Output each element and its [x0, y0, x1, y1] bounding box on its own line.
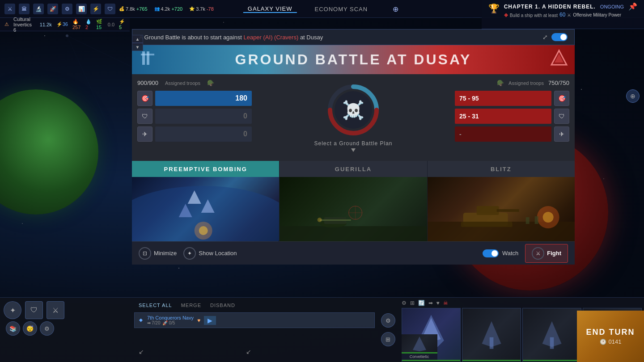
ships-icon-5[interactable]: ♥: [436, 300, 440, 306]
plan-img-blitz-bg: [428, 177, 575, 241]
unit-card[interactable]: 7th Conquerors Navy ➡ 7/20 🚀 0/5 ♥ ▶: [134, 312, 375, 328]
unit-select-arrow[interactable]: ▶: [204, 316, 216, 325]
svg-rect-40: [489, 337, 493, 349]
svg-rect-30: [496, 209, 519, 212]
ship-count: 0/5: [169, 320, 175, 325]
top-icon-power[interactable]: ⚡: [90, 4, 101, 14]
second-stat-6: ⚡ 5: [119, 19, 125, 30]
troop-bar-right-3: -: [455, 126, 551, 142]
plan-image-blitz: [428, 177, 575, 241]
scan-icon[interactable]: ⊕: [390, 4, 401, 14]
svg-rect-35: [534, 216, 538, 224]
svg-rect-22: [320, 219, 351, 221]
bottom-arrow-left[interactable]: ↙: [139, 348, 144, 355]
svg-rect-6: [142, 51, 145, 65]
chapter-pin-icon[interactable]: 📌: [628, 2, 637, 11]
end-turn-button[interactable]: END TURN 🕐 0141: [577, 311, 644, 362]
troop-row-1: 🎯 180: [137, 91, 252, 106]
guerilla-scene: [280, 177, 427, 241]
plan-label-blitz: BLITZ: [428, 161, 575, 177]
unit-troop-stat: ➡ 7/20: [147, 320, 160, 325]
battle-dialog: A Ground Battle is about to start agains…: [132, 29, 575, 265]
battle-title: GROUND BATTLE AT DUSAY: [235, 51, 472, 68]
disband-btn[interactable]: DISBAND: [210, 303, 235, 308]
troop-bar-right-2: 25 - 31: [455, 109, 551, 124]
troop-bar-3: 0: [155, 126, 252, 142]
credits-change: +765: [136, 6, 148, 12]
svg-rect-19: [280, 226, 427, 241]
ships-top-bar: ⚙ ⊞ 🔄 ➡ ♥ ☠: [402, 300, 642, 306]
troops-panel-right: 🪖 Assigned troops 750/750 75 - 95 🎯 25 -…: [449, 74, 575, 161]
top-bar-icons: ⚔ 🏛 🔬 🚀 ⚙ 📊 ⚡ 🛡: [4, 4, 115, 14]
plan-img-guerilla-bg: [280, 177, 427, 241]
top-icon-ship[interactable]: 🚀: [47, 4, 58, 14]
plan-tab-blitz[interactable]: BLITZ: [428, 161, 575, 241]
chapter-sword-icon: ⚔: [567, 13, 571, 17]
notif-expand-icon[interactable]: ⤢: [542, 34, 548, 41]
notification-text: A Ground Battle is about to start agains…: [139, 34, 323, 41]
corvette-thumbnail-4: [402, 334, 437, 352]
location-icon: ✦: [183, 247, 196, 260]
troop-row-3: ✈ 0: [137, 126, 252, 142]
nav-arrow-up[interactable]: ▲: [132, 35, 143, 43]
svg-rect-34: [525, 217, 529, 224]
top-icon-shield[interactable]: 🛡: [105, 4, 115, 14]
layers-button[interactable]: 📚: [6, 321, 20, 336]
merge-btn[interactable]: MERGE: [181, 303, 201, 308]
face-button[interactable]: 😴: [23, 321, 37, 336]
nav-arrow-down[interactable]: ▼: [132, 43, 143, 51]
watch-toggle-switch[interactable]: [483, 249, 499, 257]
chapter-title: CHAPTER 1. A HIDDEN REBEL.: [504, 4, 596, 10]
preemptive-scene: [132, 177, 279, 241]
minimize-button[interactable]: ⊡ Minimize: [139, 247, 177, 260]
unit-info: 7th Conquerors Navy ➡ 7/20 🚀 0/5: [147, 315, 194, 325]
top-icon-gear[interactable]: ⚙: [62, 4, 72, 14]
ships-icon-2[interactable]: ⊞: [410, 300, 415, 306]
svg-rect-42: [550, 337, 554, 349]
top-icon-chart[interactable]: 📊: [76, 4, 87, 14]
troop-icon-right-2: 🛡: [554, 109, 569, 124]
ships-icon-3[interactable]: 🔄: [418, 300, 425, 306]
ships-icon-6[interactable]: ☠: [443, 300, 448, 306]
ships-icon-1[interactable]: ⚙: [402, 300, 407, 306]
end-turn-number: 0141: [609, 338, 622, 345]
settings-button[interactable]: ⚙: [40, 321, 54, 336]
bottom-arrow-mid[interactable]: ↙: [246, 348, 251, 355]
show-location-label: Show Location: [199, 250, 237, 257]
minimize-icon: ⊡: [139, 247, 151, 260]
ship-card-extra[interactable]: Corvette6c: [402, 334, 437, 360]
bottom-left-panel: ✦ 🛡 ⚔ 📚 😴 ⚙ ↙ ↙: [0, 298, 132, 362]
ship-card-corvette6b[interactable]: Corvette6b: [522, 308, 581, 362]
top-icon-sword[interactable]: ⚔: [4, 4, 15, 14]
plan-tab-preemptive[interactable]: PREEMPTIVE BOMBING: [132, 161, 280, 241]
tab-economy-scan[interactable]: ECONOMY SCAN: [310, 6, 372, 13]
nav-arrows: ▲ ▼: [132, 35, 143, 51]
settings-mid-icon[interactable]: ⚙: [381, 313, 395, 328]
corvette-name-4: Corvette6c: [402, 354, 437, 360]
view-mid-icon[interactable]: ⊞: [381, 332, 395, 346]
top-icon-science[interactable]: 🔬: [33, 4, 44, 14]
ship-card-corvette6a[interactable]: Corvette6: [462, 308, 521, 362]
notif-toggle[interactable]: [551, 33, 568, 41]
top-stats: 💰 7.8k +765 👥 4.2k +720 ⭐ 3.7k -78: [119, 6, 214, 12]
stat-star: ⭐ 3.7k -78: [189, 6, 214, 12]
clock-icon: 🕐: [600, 339, 606, 345]
shield-button[interactable]: 🛡: [25, 301, 43, 319]
battle-plans: PREEMPTIVE BOMBING: [132, 161, 575, 241]
ships-icon-4[interactable]: ➡: [428, 300, 433, 306]
troop-bar-2: 0: [155, 109, 252, 124]
tab-galaxy-view[interactable]: GALAXY VIEW: [243, 5, 297, 13]
plan-tab-guerilla[interactable]: GUERILLA: [280, 161, 427, 241]
sword-button[interactable]: ⚔: [47, 301, 64, 319]
corvette-svg-1: [462, 308, 521, 360]
compass-button[interactable]: ✦: [4, 301, 21, 319]
fight-button[interactable]: ⚔ Fight: [525, 244, 568, 263]
troop-icon-right-1: 🎯: [554, 91, 569, 106]
troop-bar-1: 180: [155, 91, 252, 106]
bottom-middle-panel: SELECT ALL MERGE DISBAND 7th Conquerors …: [132, 298, 377, 362]
chapter-info: 🏆 CHAPTER 1. A HIDDEN REBEL. ONGOING 📌 ◆…: [482, 0, 644, 29]
show-location-button[interactable]: ✦ Show Location: [183, 247, 237, 260]
select-all-btn[interactable]: SELECT ALL: [139, 303, 172, 308]
top-icon-city[interactable]: 🏛: [19, 4, 30, 14]
mini-map-button[interactable]: ⊕: [626, 89, 640, 103]
